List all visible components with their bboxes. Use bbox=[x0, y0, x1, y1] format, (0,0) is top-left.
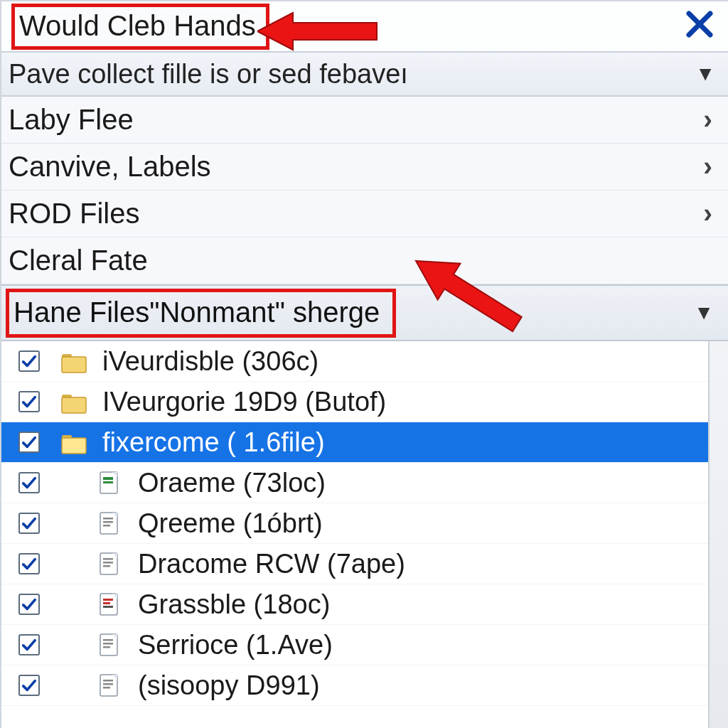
list-item-label: Grassble (18oc) bbox=[138, 589, 330, 620]
close-button[interactable] bbox=[685, 7, 718, 46]
annotation-arrow-icon bbox=[257, 10, 378, 53]
svg-rect-18 bbox=[103, 525, 110, 527]
list-item[interactable]: Qreeme (1óbrt) bbox=[1, 503, 708, 544]
list-item-label: Qreeme (1óbrt) bbox=[138, 508, 323, 539]
document-icon bbox=[95, 631, 124, 659]
svg-rect-32 bbox=[103, 643, 113, 645]
svg-rect-37 bbox=[103, 683, 113, 685]
nav-item-label: Laby Flee bbox=[9, 104, 134, 136]
svg-rect-34 bbox=[100, 675, 117, 696]
list-item[interactable]: iVeurdisble (306c) bbox=[1, 341, 708, 382]
nav-item[interactable]: ROD Files› bbox=[1, 191, 728, 237]
list-item[interactable]: IVeurgorie 19D9 (Butof) bbox=[1, 382, 708, 422]
svg-rect-5 bbox=[62, 357, 86, 373]
svg-rect-22 bbox=[103, 562, 113, 564]
document-icon bbox=[95, 671, 124, 700]
checkbox[interactable] bbox=[18, 350, 40, 372]
file-list: iVeurdisble (306c)IVeurgorie 19D9 (Butof… bbox=[1, 341, 708, 728]
window: Would Cleb Hands Pave collect fille is o… bbox=[0, 0, 728, 728]
chevron-right-icon: › bbox=[703, 105, 712, 135]
window-title: Would Cleb Hands bbox=[11, 4, 269, 50]
list-item-label: Oraeme (73loc) bbox=[138, 468, 326, 498]
svg-rect-13 bbox=[103, 481, 113, 483]
file-list-container: iVeurdisble (306c)IVeurgorie 19D9 (Butof… bbox=[1, 341, 728, 728]
list-item[interactable]: fixercome ( 1.6file) bbox=[1, 422, 708, 463]
svg-rect-21 bbox=[103, 558, 113, 560]
svg-rect-31 bbox=[103, 639, 113, 641]
chevron-right-icon: › bbox=[703, 198, 712, 229]
list-item[interactable]: Grassble (18oc) bbox=[1, 584, 708, 625]
document-icon bbox=[95, 469, 124, 497]
nav-item[interactable]: Laby Flee› bbox=[1, 97, 728, 144]
checkbox[interactable] bbox=[18, 675, 40, 696]
list-item-label: fixercome ( 1.6file) bbox=[102, 427, 325, 458]
chevron-down-icon: ▼ bbox=[694, 301, 714, 324]
nav-item-label: Canvive, Labels bbox=[9, 151, 211, 183]
checkbox[interactable] bbox=[18, 391, 40, 412]
list-item-label: iVeurdisble (306c) bbox=[102, 346, 318, 377]
nav-item[interactable]: Cleral Fate bbox=[1, 237, 728, 284]
checkbox[interactable] bbox=[18, 553, 40, 574]
folder-icon bbox=[60, 428, 88, 456]
list-item[interactable]: Dracome RCW (7ape) bbox=[1, 544, 708, 584]
svg-rect-14 bbox=[100, 513, 117, 534]
nav-item[interactable]: Canvive, Labels› bbox=[1, 144, 728, 191]
list-item[interactable]: Oraeme (73loc) bbox=[1, 463, 708, 503]
annotation-arrow-icon bbox=[407, 243, 528, 343]
list-item[interactable]: Serrioce (1.Ave) bbox=[1, 625, 708, 665]
svg-marker-3 bbox=[407, 243, 528, 342]
folder-icon bbox=[60, 347, 88, 375]
list-item-label: Dracome RCW (7ape) bbox=[138, 549, 405, 579]
checkbox[interactable] bbox=[18, 513, 40, 534]
svg-rect-9 bbox=[62, 438, 86, 454]
svg-rect-33 bbox=[103, 646, 110, 648]
svg-rect-23 bbox=[103, 565, 110, 567]
list-item[interactable]: (sisoopy D991) bbox=[1, 665, 708, 706]
scrollbar[interactable] bbox=[708, 341, 728, 728]
list-item-label: Serrioce (1.Ave) bbox=[138, 630, 333, 660]
svg-rect-26 bbox=[103, 599, 113, 601]
svg-rect-7 bbox=[62, 397, 86, 413]
svg-rect-19 bbox=[100, 553, 117, 574]
list-item-label: IVeurgorie 19D9 (Butof) bbox=[102, 387, 386, 417]
filter-dropdown[interactable]: Pave collect fille is or sed febaveı ▼ bbox=[1, 51, 728, 97]
title-bar: Would Cleb Hands bbox=[1, 1, 728, 51]
checkbox[interactable] bbox=[18, 472, 40, 493]
nav-list: Laby Flee›Canvive, Labels›ROD Files›Cler… bbox=[1, 97, 728, 284]
checkbox[interactable] bbox=[18, 432, 40, 453]
folder-icon bbox=[60, 387, 88, 416]
filter-dropdown-label: Pave collect fille is or sed febaveı bbox=[9, 59, 408, 90]
svg-marker-0 bbox=[257, 13, 377, 50]
checkbox[interactable] bbox=[18, 594, 40, 615]
svg-rect-27 bbox=[103, 602, 110, 604]
svg-rect-36 bbox=[103, 680, 113, 682]
svg-rect-38 bbox=[103, 687, 110, 689]
svg-rect-17 bbox=[103, 521, 113, 523]
document-icon bbox=[95, 509, 124, 537]
chevron-down-icon: ▼ bbox=[695, 63, 715, 85]
svg-rect-12 bbox=[103, 477, 113, 480]
chevron-right-icon: › bbox=[703, 151, 712, 182]
document-icon bbox=[95, 550, 124, 578]
nav-item-label: Cleral Fate bbox=[9, 245, 148, 277]
section-title: Hane Files"Nonmant" sherge bbox=[6, 289, 396, 338]
close-icon bbox=[685, 10, 714, 38]
section-header[interactable]: Hane Files"Nonmant" sherge ▼ bbox=[1, 284, 728, 341]
nav-item-label: ROD Files bbox=[9, 198, 139, 230]
svg-rect-28 bbox=[103, 606, 113, 608]
document-icon bbox=[95, 590, 124, 619]
checkbox[interactable] bbox=[18, 634, 40, 655]
list-item-label: (sisoopy D991) bbox=[138, 670, 320, 701]
svg-rect-16 bbox=[103, 518, 113, 520]
svg-rect-29 bbox=[100, 634, 117, 655]
